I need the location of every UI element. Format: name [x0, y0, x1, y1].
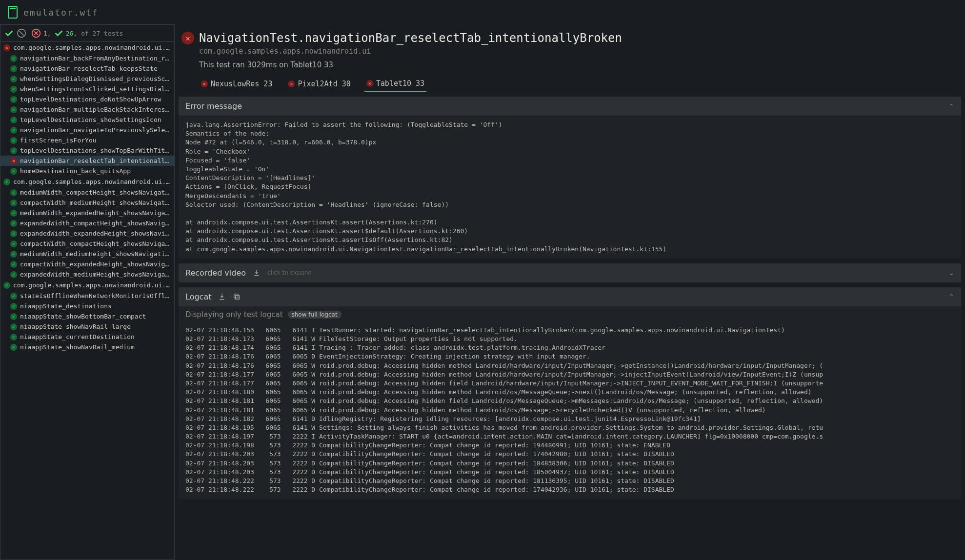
show-full-logcat-button[interactable]: show full logcat: [288, 311, 342, 319]
pass-icon: ✓: [10, 147, 17, 154]
logo-icon: [8, 6, 18, 19]
test-package: com.google.samples.apps.nowinandroid.ui: [179, 47, 961, 56]
tree-label: navigationBar_reselectTab_keepsState: [20, 65, 158, 72]
chevron-up-icon: ⌃: [948, 102, 954, 110]
tree-label: niaappState_showNavRail_medium: [20, 343, 135, 351]
chevron-up-icon: ⌃: [948, 293, 954, 300]
pass-icon: ✓: [10, 313, 17, 320]
tree-label: niaappState_destinations: [20, 302, 112, 310]
logcat-panel-header[interactable]: Logcat ⌃: [179, 287, 961, 306]
test-group[interactable]: ✓com.google.samples.apps.nowinandroid.ui…: [0, 280, 174, 291]
pass-icon: ✓: [10, 168, 17, 175]
tree-label: topLevelDestinations_showSettingsIcon: [20, 116, 161, 123]
test-item[interactable]: ✓navigationBar_backFromAnyDestination_re…: [0, 53, 174, 63]
pass-icon: ✓: [10, 303, 17, 310]
test-item[interactable]: ✓navigationBar_reselectTab_keepsState: [0, 63, 174, 74]
pass-icon: ✓: [10, 293, 17, 300]
test-item[interactable]: ✓niaappState_showNavRail_large: [0, 321, 174, 332]
filter-pass-icon[interactable]: [3, 28, 14, 39]
tree-label: expandedWidth_mediumHeight_showsNavigat…: [20, 271, 171, 278]
run-info: This test ran 3029ms on Tablet10 33: [179, 56, 961, 76]
tree-label: navigationBar_multipleBackStackInterests: [20, 106, 171, 113]
pass-count: 26,: [66, 30, 77, 37]
copy-icon[interactable]: [233, 293, 241, 300]
download-icon[interactable]: [218, 293, 226, 300]
video-hint: click to expand: [267, 269, 312, 276]
test-item[interactable]: ✓stateIsOfflineWhenNetworkMonitorIsOffli…: [0, 291, 174, 301]
pass-icon: ✓: [10, 127, 17, 134]
test-item[interactable]: ✓expandedWidth_expandedHeight_showsNavig…: [0, 228, 174, 239]
test-item[interactable]: ✕navigationBar_reselectTab_intentionally…: [0, 156, 174, 166]
tree-label: homeDestination_back_quitsApp: [20, 167, 131, 175]
sidebar-toolbar: 1, 26, of 27 tests: [0, 25, 174, 42]
device-tab[interactable]: ✕Tablet10 33: [364, 76, 426, 92]
tree-label: whenSettingsDialogDismissed_previousScre…: [20, 75, 171, 82]
tree-label: topLevelDestinations_doNotShowUpArrow: [20, 96, 161, 103]
test-item[interactable]: ✓niaappState_showNavRail_medium: [0, 342, 174, 352]
pass-count-icon: [53, 28, 64, 39]
test-item[interactable]: ✓firstScreen_isForYou: [0, 135, 174, 145]
pass-icon: ✓: [10, 334, 17, 340]
download-icon[interactable]: [253, 269, 261, 277]
test-item[interactable]: ✓whenSettingsDialogDismissed_previousScr…: [0, 74, 174, 84]
fail-icon: ✕: [366, 80, 373, 87]
logcat-filter-label: Displaying only test logcat: [185, 310, 283, 319]
error-body: java.lang.AssertionError: Failed to asse…: [179, 116, 961, 259]
tree-label: navigationBar_backFromAnyDestination_ret…: [20, 55, 171, 62]
test-item[interactable]: ✓navigationBar_multipleBackStackInterest…: [0, 104, 174, 115]
fail-icon: ✕: [288, 80, 295, 87]
device-tab[interactable]: ✕Pixel2Atd 30: [286, 76, 352, 92]
pass-icon: ✓: [10, 137, 17, 144]
tree-label: whenSettingsIconIsClicked_settingsDialog…: [20, 85, 171, 93]
tree-label: niaappState_currentDestination: [20, 333, 135, 340]
test-sidebar: 1, 26, of 27 tests ✕com.google.samples.a…: [0, 24, 175, 560]
fail-count: 1,: [43, 30, 51, 37]
test-item[interactable]: ✓topLevelDestinations_doNotShowUpArrow: [0, 94, 174, 104]
tab-label: NexusLowRes 23: [211, 80, 272, 88]
pass-icon: ✓: [10, 55, 17, 62]
tree-label: com.google.samples.apps.nowinandroid.ui.…: [13, 281, 171, 289]
test-item[interactable]: ✓whenSettingsIconIsClicked_settingsDialo…: [0, 84, 174, 94]
tree-label: mediumWidth_mediumHeight_showsNavigatio…: [20, 250, 171, 258]
device-tab[interactable]: ✕NexusLowRes 23: [199, 76, 274, 92]
test-item[interactable]: ✓mediumWidth_mediumHeight_showsNavigatio…: [0, 249, 174, 259]
test-group[interactable]: ✕com.google.samples.apps.nowinandroid.ui…: [0, 42, 174, 53]
tree-label: compactWidth_mediumHeight_showsNavigati…: [20, 199, 171, 206]
test-item[interactable]: ✓niaappState_currentDestination: [0, 332, 174, 342]
test-group[interactable]: ✓com.google.samples.apps.nowinandroid.ui…: [0, 176, 174, 187]
tree-label: stateIsOfflineWhenNetworkMonitorIsOfflin…: [20, 292, 171, 300]
test-item[interactable]: ✓niaappState_showBottomBar_compact: [0, 311, 174, 321]
pass-icon: ✓: [10, 271, 17, 278]
video-panel-header[interactable]: Recorded video click to expand ⌄: [179, 263, 961, 282]
test-item[interactable]: ✓homeDestination_back_quitsApp: [0, 166, 174, 176]
test-item[interactable]: ✓navigationBar_navigateToPreviouslySelec…: [0, 125, 174, 135]
test-tree: ✕com.google.samples.apps.nowinandroid.ui…: [0, 42, 174, 352]
test-item[interactable]: ✓expandedWidth_mediumHeight_showsNavigat…: [0, 269, 174, 280]
filter-skip-icon[interactable]: [16, 28, 27, 39]
tree-label: compactWidth_expandedHeight_showsNaviga…: [20, 260, 171, 268]
test-item[interactable]: ✓niaappState_destinations: [0, 301, 174, 311]
logcat-panel: Logcat ⌃ Displaying only test logcat sho…: [179, 287, 961, 500]
test-item[interactable]: ✓topLevelDestinations_showSettingsIcon: [0, 115, 174, 125]
tree-label: firstScreen_isForYou: [20, 137, 97, 144]
test-item[interactable]: ✓mediumWidth_expandedHeight_showsNaviga…: [0, 208, 174, 218]
total-count: of 27 tests: [81, 30, 123, 37]
svg-rect-2: [236, 296, 240, 300]
pass-icon: ✓: [10, 117, 17, 123]
video-panel-title: Recorded video: [185, 268, 246, 278]
tab-label: Tablet10 33: [376, 79, 424, 88]
tree-label: compactWidth_compactHeight_showsNavigati…: [20, 240, 171, 247]
chevron-down-icon: ⌄: [948, 269, 954, 277]
error-panel-header[interactable]: Error message ⌃: [179, 97, 961, 116]
tree-label: mediumWidth_expandedHeight_showsNaviga…: [20, 209, 169, 217]
test-item[interactable]: ✓compactWidth_expandedHeight_showsNaviga…: [0, 259, 174, 269]
test-item[interactable]: ✓expandedWidth_compactHeight_showsNaviga…: [0, 218, 174, 228]
test-item[interactable]: ✓mediumWidth_compactHeight_showsNavigati…: [0, 187, 174, 198]
test-item[interactable]: ✓compactWidth_mediumHeight_showsNavigati…: [0, 198, 174, 208]
pass-icon: ✓: [10, 220, 17, 227]
pass-icon: ✓: [10, 323, 17, 330]
test-item[interactable]: ✓compactWidth_compactHeight_showsNavigat…: [0, 239, 174, 249]
test-item[interactable]: ✓topLevelDestinations_showTopBarWithTitl…: [0, 145, 174, 156]
error-panel: Error message ⌃ java.lang.AssertionError…: [179, 97, 961, 259]
tree-label: topLevelDestinations_showTopBarWithTitle: [20, 147, 171, 154]
